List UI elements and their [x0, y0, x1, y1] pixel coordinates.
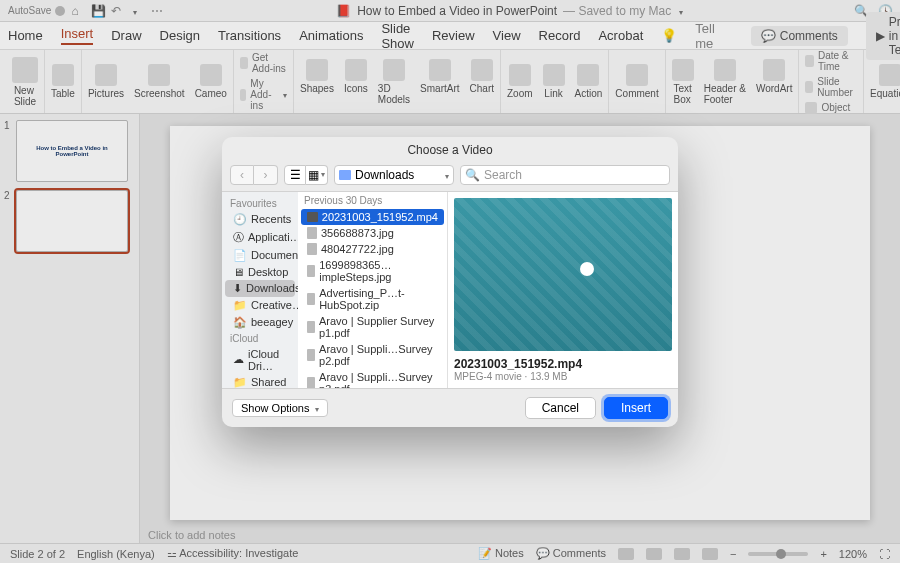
nav-forward-button[interactable]: › [254, 165, 278, 185]
image-file-icon [307, 265, 315, 277]
choose-video-modal: Choose a Video ‹ › ☰ ▦ Downloads 🔍 Searc… [222, 137, 678, 427]
modal-title: Choose a Video [222, 137, 678, 161]
preview-meta: MPEG-4 movie · 13.9 MB [454, 371, 672, 382]
image-file-icon [307, 227, 317, 239]
nav-back-button[interactable]: ‹ [230, 165, 254, 185]
pdf-file-icon [307, 349, 315, 361]
file-row[interactable]: Aravo | Suppli…Survey p3.pdf [301, 369, 444, 388]
video-file-icon [307, 212, 318, 222]
sidebar-item-downloads[interactable]: ⬇Downloads [225, 280, 295, 297]
modal-sidebar: Favourites 🕘Recents ⒶApplicati… 📄Documen… [222, 192, 298, 388]
cancel-button[interactable]: Cancel [525, 397, 596, 419]
chevron-down-icon [443, 168, 449, 182]
file-row[interactable]: Aravo | Supplier Survey p1.pdf [301, 313, 444, 341]
sidebar-item-shared[interactable]: 📁Shared [225, 374, 295, 388]
sidebar-item-beeagey[interactable]: 🏠beeagey [225, 314, 295, 331]
search-icon: 🔍 [465, 168, 480, 182]
sidebar-item-applications[interactable]: ⒶApplicati… [225, 228, 295, 247]
file-row[interactable]: 356688873.jpg [301, 225, 444, 241]
folder-icon [339, 170, 351, 180]
modal-backdrop: Choose a Video ‹ › ☰ ▦ Downloads 🔍 Searc… [0, 0, 900, 563]
sidebar-item-icloud-drive[interactable]: ☁iCloud Dri… [225, 346, 295, 374]
file-list: Previous 30 Days 20231003_151952.mp4 356… [298, 192, 448, 388]
file-row[interactable]: 20231003_151952.mp4 [301, 209, 444, 225]
file-row[interactable]: 480427722.jpg [301, 241, 444, 257]
file-row[interactable]: Advertising_P…t-HubSpot.zip [301, 285, 444, 313]
video-thumbnail [454, 198, 672, 351]
view-columns-button[interactable]: ☰ [284, 165, 306, 185]
chevron-down-icon [313, 402, 319, 414]
insert-button[interactable]: Insert [604, 397, 668, 419]
location-dropdown[interactable]: Downloads [334, 165, 454, 185]
file-row[interactable]: Aravo | Suppli…Survey p2.pdf [301, 341, 444, 369]
preview-filename: 20231003_151952.mp4 [454, 357, 672, 371]
search-input[interactable]: 🔍 Search [460, 165, 670, 185]
pdf-file-icon [307, 377, 315, 388]
file-preview: 20231003_151952.mp4 MPEG-4 movie · 13.9 … [448, 192, 678, 388]
view-grid-button[interactable]: ▦ [306, 165, 328, 185]
sidebar-item-desktop[interactable]: 🖥Desktop [225, 264, 295, 280]
zip-file-icon [307, 293, 315, 305]
file-row[interactable]: 1699898365…impleSteps.jpg [301, 257, 444, 285]
image-file-icon [307, 243, 317, 255]
sidebar-item-recents[interactable]: 🕘Recents [225, 211, 295, 228]
modal-toolbar: ‹ › ☰ ▦ Downloads 🔍 Search [222, 161, 678, 191]
pdf-file-icon [307, 321, 315, 333]
sidebar-item-documents[interactable]: 📄Documents [225, 247, 295, 264]
show-options-dropdown[interactable]: Show Options [232, 399, 328, 417]
sidebar-item-creative[interactable]: 📁Creative… [225, 297, 295, 314]
